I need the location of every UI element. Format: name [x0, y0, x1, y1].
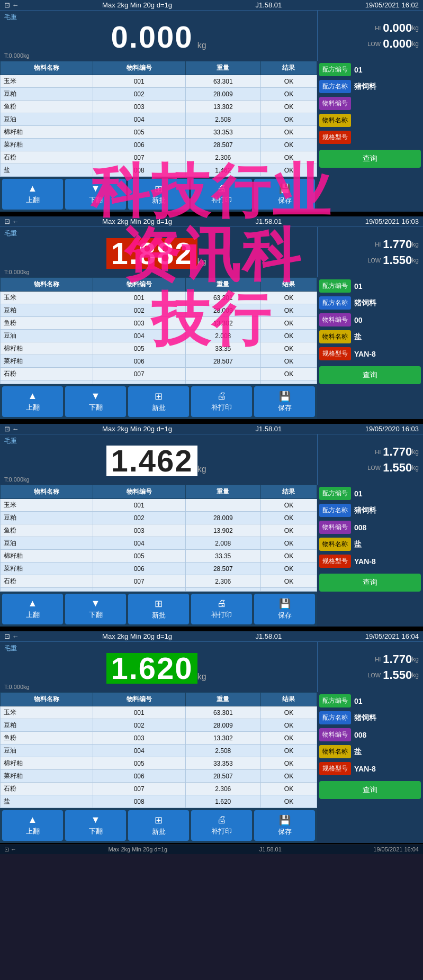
toolbar-btn-保存[interactable]: 💾保存: [254, 386, 315, 417]
low-value: 1.550: [383, 668, 412, 682]
table-row: 菜籽粕00628.507OK: [1, 139, 317, 151]
table-row: 盐0081.462OK: [1, 164, 317, 177]
weight-row: 1.882 kg: [106, 238, 210, 269]
table-cell: 28.507: [185, 139, 260, 151]
weight-label: 毛重: [0, 437, 17, 446]
info-label-3: 物料名称: [319, 330, 351, 343]
table-header-cell: 物料名称: [1, 693, 93, 706]
query-button-2[interactable]: 查询: [319, 366, 421, 384]
toolbar-btn-补打印[interactable]: 🖨补打印: [191, 810, 252, 841]
table-cell: OK: [260, 75, 317, 88]
table-row: 豆粕00228.009OK: [1, 304, 317, 317]
table-cell: 玉米: [1, 292, 93, 304]
toolbar-btn-label: 新批: [152, 403, 166, 413]
weight-sub: T:0.000kg: [0, 52, 30, 59]
table-row: 盐0081.620OK: [1, 795, 317, 808]
table-header-cell: 物料编号: [93, 278, 185, 292]
info-value-1: 猪饲料: [354, 506, 376, 515]
table-cell: 001: [93, 499, 185, 512]
table-row: 棉籽粕00533.35OK: [1, 550, 317, 562]
table-cell: OK: [260, 88, 317, 101]
toolbar-btn-上翻[interactable]: ▲上翻: [2, 594, 63, 624]
info-row-2: 物料编号008: [319, 521, 421, 534]
info-value-4: YAN-8: [354, 765, 376, 773]
info-row-0: 配方编号01: [319, 694, 421, 707]
toolbar-btn-上翻[interactable]: ▲上翻: [2, 810, 63, 841]
toolbar-btn-补打印[interactable]: 🖨补打印: [191, 179, 252, 210]
toolbar-btn-icon-0: ▲: [28, 598, 38, 609]
toolbar-btn-label: 保存: [278, 611, 292, 620]
info-value-1: 猪饲料: [354, 713, 376, 723]
toolbar-btn-补打印[interactable]: 🖨补打印: [191, 594, 252, 624]
table-cell: 005: [93, 550, 185, 562]
toolbar-btn-上翻[interactable]: ▲上翻: [2, 386, 63, 417]
toolbar-btn-新批[interactable]: ⊞新批: [128, 594, 189, 624]
low-value: 1.550: [383, 253, 412, 267]
hi-row: HI 1.770 kg: [322, 651, 419, 667]
low-unit: kg: [412, 672, 419, 679]
table-cell: 盐: [1, 795, 93, 808]
toolbar-btn-下翻[interactable]: ▼下翻: [65, 386, 126, 417]
weight-right: HI 1.770 kg LOW 1.550 kg: [317, 227, 423, 277]
toolbar-btn-下翻[interactable]: ▼下翻: [65, 179, 126, 210]
toolbar-btn-icon-0: ▲: [28, 391, 38, 402]
toolbar-btn-label: 下翻: [89, 195, 103, 205]
weight-row: 1.620 kg: [106, 653, 210, 684]
hi-value: 1.770: [383, 238, 412, 251]
table-cell: 13.302: [185, 101, 260, 113]
toolbar-btn-上翻[interactable]: ▲上翻: [2, 179, 63, 210]
weight-main: 毛重 1.620 kg T:0.000kg: [0, 642, 317, 692]
table-cell: OK: [260, 292, 317, 304]
query-button-3[interactable]: 查询: [319, 574, 421, 592]
info-value-2: 00: [354, 316, 363, 324]
toolbar-btn-label: 上翻: [26, 610, 40, 620]
toolbar-btn-新批[interactable]: ⊞新批: [128, 810, 189, 841]
info-row-0: 配方编号01: [319, 63, 421, 76]
toolbar-btn-新批[interactable]: ⊞新批: [128, 386, 189, 417]
table-cell: OK: [260, 732, 317, 745]
toolbar-btn-保存[interactable]: 💾保存: [254, 810, 315, 841]
toolbar-btn-下翻[interactable]: ▼下翻: [65, 594, 126, 624]
toolbar-btn-下翻[interactable]: ▼下翻: [65, 810, 126, 841]
table-cell: 003: [93, 317, 185, 330]
table-cell: 33.35: [185, 550, 260, 562]
table-cell: OK: [260, 126, 317, 139]
toolbar-btn-label: 保存: [278, 196, 292, 205]
table-row: 玉米00163.301OK: [1, 292, 317, 304]
info-value-4: YAN-8: [354, 350, 376, 358]
table-cell: 13.902: [185, 524, 260, 537]
query-button-4[interactable]: 查询: [319, 781, 421, 799]
query-button-1[interactable]: 查询: [319, 150, 421, 168]
weight-label: 毛重: [0, 13, 17, 22]
toolbar-btn-icon-4: 💾: [279, 183, 291, 195]
table-cell: 鱼粉: [1, 101, 93, 113]
table-row: 豆粕00228.009OK: [1, 512, 317, 524]
table-cell: 石粉: [1, 368, 93, 380]
table-cell: 棉籽粕: [1, 342, 93, 355]
table-cell: [185, 499, 260, 512]
table-row: 豆粕00228.009OK: [1, 719, 317, 732]
table-row: 菜籽粕00628.507OK: [1, 770, 317, 783]
table-cell: OK: [260, 770, 317, 783]
info-row-4: 规格型号YAN-8: [319, 347, 421, 360]
toolbar-btn-icon-4: 💾: [279, 598, 291, 610]
info-value-0: 01: [354, 489, 363, 498]
weight-unit: kg: [197, 465, 211, 476]
table-cell: 004: [93, 113, 185, 126]
table-row: 鱼粉00313.302OK: [1, 101, 317, 113]
info-row-1: 配方名称猪饲料: [319, 711, 421, 724]
toolbar-btn-保存[interactable]: 💾保存: [254, 179, 315, 210]
panel-3-header: ⊡ ← Max 2kg Min 20g d=1g J1.58.01 19/05/…: [0, 424, 423, 434]
table-row: 玉米001OK: [1, 499, 317, 512]
table-cell: 004: [93, 745, 185, 757]
weight-value: 1.462: [106, 446, 197, 476]
toolbar-btn-新批[interactable]: ⊞新批: [128, 179, 189, 210]
info-value-1: 猪饲料: [354, 298, 376, 308]
toolbar-btn-补打印[interactable]: 🖨补打印: [191, 386, 252, 417]
toolbar-btn-label: 补打印: [211, 403, 232, 412]
panel-2: ⊡ ← Max 2kg Min 20g d=1g J1.58.01 19/05/…: [0, 216, 423, 421]
table-cell: 28.009: [185, 88, 260, 101]
hi-value: 1.770: [383, 652, 412, 666]
toolbar-btn-保存[interactable]: 💾保存: [254, 594, 315, 624]
info-row-4: 规格型号: [319, 131, 421, 144]
